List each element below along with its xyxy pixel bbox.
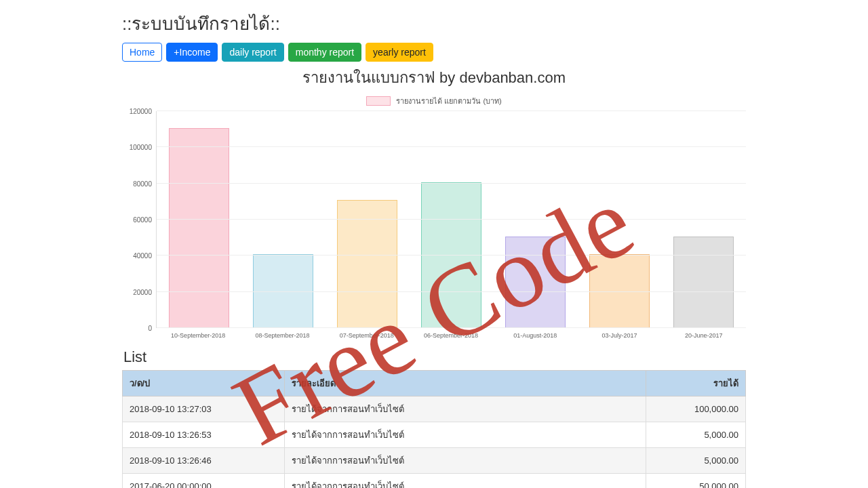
chart-bar[interactable] xyxy=(505,237,566,328)
list-title: List xyxy=(123,348,746,366)
cell-income: 5,000.00 xyxy=(646,422,745,448)
cell-date: 2018-09-10 13:26:53 xyxy=(123,422,285,448)
cell-detail: รายได้จากการสอนทำเว็บไซต์ xyxy=(284,474,646,489)
legend-swatch xyxy=(366,96,391,106)
chart-title: รายงานในแบบกราฟ by devbanban.com xyxy=(122,66,746,89)
chart-plot-area xyxy=(156,111,746,328)
income-button[interactable]: +Income xyxy=(166,43,218,62)
legend-label: รายงานรายได้ แยกตามวัน (บาท) xyxy=(396,95,501,107)
chart-x-axis: 10-September-201808-September-201807-Sep… xyxy=(156,328,746,339)
y-tick-label: 80000 xyxy=(133,180,152,187)
col-income: รายได้ xyxy=(646,371,745,396)
chart-bar[interactable] xyxy=(169,128,229,328)
x-tick-label: 08-September-2018 xyxy=(240,328,324,339)
cell-detail: รายได้จากการสอนทำเว็บไซต์ xyxy=(284,422,646,448)
table-row: 2018-09-10 13:26:46รายได้จากการสอนทำเว็บ… xyxy=(123,448,746,474)
y-tick-label: 20000 xyxy=(133,288,152,296)
income-table: ว/ด/ป รายละเอียด รายได้ 2018-09-10 13:27… xyxy=(122,370,746,488)
y-tick-label: 0 xyxy=(148,325,152,332)
x-tick-label: 06-September-2018 xyxy=(409,328,493,339)
chart-legend: รายงานรายได้ แยกตามวัน (บาท) xyxy=(122,95,746,107)
x-tick-label: 03-July-2017 xyxy=(577,328,661,339)
x-tick-label: 10-September-2018 xyxy=(156,328,240,339)
cell-date: 2018-09-10 13:27:03 xyxy=(123,396,285,422)
col-date: ว/ด/ป xyxy=(123,371,285,396)
cell-detail: รายได้จากการสอนทำเว็บไซต์ xyxy=(284,396,646,422)
daily-report-button[interactable]: daily report xyxy=(222,43,283,62)
y-tick-label: 60000 xyxy=(133,216,152,224)
y-tick-label: 120000 xyxy=(130,108,152,115)
chart-y-axis: 020000400006000080000100000120000 xyxy=(122,111,156,328)
cell-detail: รายได้จากการสอนทำเว็บไซต์ xyxy=(284,448,646,474)
monthly-report-button[interactable]: monthy report xyxy=(288,43,361,62)
cell-income: 50,000.00 xyxy=(646,474,745,489)
home-button[interactable]: Home xyxy=(122,43,162,62)
nav-bar: Home +Income daily report monthy report … xyxy=(122,43,746,62)
y-tick-label: 100000 xyxy=(130,144,152,151)
cell-date: 2017-06-20 00:00:00 xyxy=(123,474,285,489)
x-tick-label: 01-August-2018 xyxy=(493,328,577,339)
cell-income: 5,000.00 xyxy=(646,448,745,474)
col-detail: รายละเอียด xyxy=(284,371,646,396)
chart-bar[interactable] xyxy=(673,237,734,328)
x-tick-label: 07-September-2018 xyxy=(325,328,409,339)
table-row: 2018-09-10 13:27:03รายได้จากการสอนทำเว็บ… xyxy=(123,396,746,422)
yearly-report-button[interactable]: yearly report xyxy=(366,43,433,62)
x-tick-label: 20-June-2017 xyxy=(662,328,746,339)
table-row: 2018-09-10 13:26:53รายได้จากการสอนทำเว็บ… xyxy=(123,422,746,448)
table-row: 2017-06-20 00:00:00รายได้จากการสอนทำเว็บ… xyxy=(123,474,746,489)
y-tick-label: 40000 xyxy=(133,252,152,260)
cell-date: 2018-09-10 13:26:46 xyxy=(123,448,285,474)
chart-container: รายงานรายได้ แยกตามวัน (บาท) 02000040000… xyxy=(122,95,746,339)
page-title: ::ระบบบันทึกรายได้:: xyxy=(122,9,746,37)
cell-income: 100,000.00 xyxy=(646,396,745,422)
